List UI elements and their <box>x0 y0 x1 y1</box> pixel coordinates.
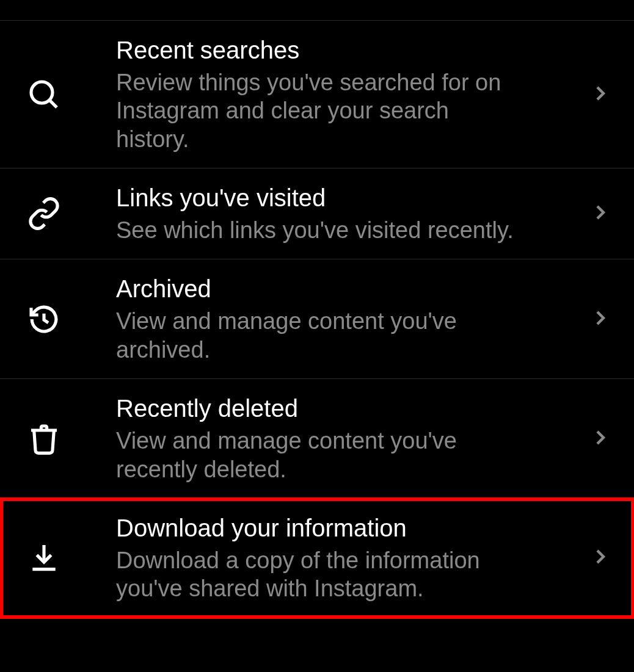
item-text: Recently deleted View and manage content… <box>116 394 577 483</box>
svg-line-1 <box>49 100 57 107</box>
item-subtitle: View and manage content you've recently … <box>116 427 519 483</box>
item-recently-deleted[interactable]: Recently deleted View and manage content… <box>0 378 634 498</box>
item-title: Archived <box>116 274 577 303</box>
trash-icon <box>26 421 62 457</box>
archive-icon <box>26 301 62 338</box>
search-icon <box>26 76 62 113</box>
chevron-right-icon <box>591 84 610 105</box>
link-icon <box>26 195 62 232</box>
settings-list: Recent searches Review things you've sea… <box>0 0 634 618</box>
item-text: Recent searches Review things you've sea… <box>116 35 577 153</box>
item-archived[interactable]: Archived View and manage content you've … <box>0 259 634 378</box>
svg-point-0 <box>31 82 53 103</box>
item-title: Recent searches <box>116 35 577 65</box>
item-recent-searches[interactable]: Recent searches Review things you've sea… <box>0 20 634 168</box>
chevron-right-icon <box>591 547 610 568</box>
item-subtitle: See which links you've visited recently. <box>116 216 519 244</box>
chevron-right-icon <box>591 203 610 224</box>
item-text: Archived View and manage content you've … <box>116 274 577 364</box>
item-subtitle: Review things you've searched for on Ins… <box>116 68 519 153</box>
item-title: Recently deleted <box>116 394 577 423</box>
chevron-right-icon <box>591 428 610 449</box>
item-title: Download your information <box>116 513 577 543</box>
item-text: Links you've visited See which links you… <box>116 183 577 244</box>
chevron-right-icon <box>591 309 610 330</box>
item-text: Download your information Download a cop… <box>116 513 577 603</box>
item-download-information[interactable]: Download your information Download a cop… <box>0 498 634 618</box>
item-subtitle: View and manage content you've archived. <box>116 307 519 364</box>
item-title: Links you've visited <box>116 183 577 212</box>
download-icon <box>26 540 62 576</box>
item-links-visited[interactable]: Links you've visited See which links you… <box>0 168 634 259</box>
item-subtitle: Download a copy of the information you'v… <box>116 546 519 603</box>
